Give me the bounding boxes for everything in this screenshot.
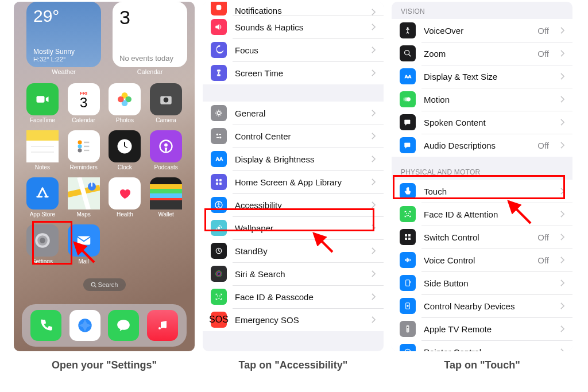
app-label: Camera [156,117,176,123]
siri-icon [211,266,227,282]
row-nearby[interactable]: Control Nearby Devices [392,294,572,317]
row-display[interactable]: AADisplay & Brightness [203,148,384,170]
row-spoken[interactable]: Spoken Content [392,111,572,134]
app-maps[interactable]: Maps [65,177,102,218]
row-value: Off [537,255,549,265]
row-faceidatt[interactable]: Face ID & Attention [392,203,572,226]
row-voicecontrol[interactable]: Voice ControlOff [392,249,572,271]
calendar-widget[interactable]: 3 No events today [113,2,187,67]
row-switchcontrol[interactable]: Switch ControlOff [392,226,572,249]
app-label: Settings [32,258,53,265]
switchcontrol-icon [400,229,416,245]
svg-point-33 [91,282,95,286]
svg-point-41 [216,134,218,135]
row-label: Wallpaper [235,223,363,233]
dock-music[interactable] [147,310,178,341]
svg-point-21 [164,143,168,147]
app-label: Wallet [158,211,173,218]
row-general[interactable]: General [203,102,384,125]
row-screentime[interactable]: Screen Time [203,61,384,84]
widgets: 29° Mostly Sunny H:32° L:22° Weather 3 N… [14,2,195,77]
row-wallpaper[interactable]: Wallpaper [203,216,384,239]
dock-phone[interactable] [30,310,61,341]
row-touch[interactable]: Touch [392,180,572,203]
app-label: Mail [78,258,88,265]
chevron-right-icon [560,96,564,103]
row-sos[interactable]: SOSEmergency SOS [203,308,384,331]
chevron-right-icon [560,280,564,286]
row-homescreen[interactable]: Home Screen & App Library [203,170,384,193]
row-sounds[interactable]: Sounds & Haptics [203,15,384,38]
app-app-store[interactable]: App Store [24,177,61,218]
row-label: StandBy [235,246,363,256]
chevron-right-icon [372,270,376,277]
home-screen-panel: 29° Mostly Sunny H:32° L:22° Weather 3 N… [14,2,195,351]
app-label: Photos [116,117,134,123]
row-controlcenter[interactable]: Control Center [203,125,384,148]
app-facetime[interactable]: FaceTime [24,83,61,123]
chevron-right-icon [560,348,564,351]
search-pill[interactable]: Search [83,278,126,291]
row-faceid[interactable]: Face ID & Passcode [203,285,384,308]
row-pointer[interactable]: Pointer Control [392,340,572,351]
weather-widget-wrap: 29° Mostly Sunny H:32° L:22° Weather [26,2,101,75]
app-settings[interactable]: Settings [24,224,61,265]
settings1-group1: NotificationsSounds & HapticsFocusScreen… [203,2,384,84]
svg-rect-72 [408,238,410,239]
svg-point-57 [217,296,218,296]
accessibility-icon [211,197,227,213]
weather-label: Weather [26,68,101,75]
caption-1: Open your "Settings" [14,359,195,371]
svg-rect-75 [408,259,409,261]
row-siri[interactable]: Siri & Search [203,262,384,285]
svg-point-13 [78,149,82,153]
app-photos[interactable]: Photos [107,83,144,123]
touch-icon [400,183,416,199]
app-label: Clock [118,164,132,170]
motion-icon [400,91,416,107]
dock-safari[interactable] [69,310,100,341]
chevron-right-icon [372,293,376,300]
maps-icon [68,177,100,209]
section-header-physical: PHYSICAL AND MOTOR [392,157,572,180]
settings-panel-1: NotificationsSounds & HapticsFocusScreen… [203,2,384,351]
row-notifications[interactable]: Notifications [203,2,384,15]
app-calendar[interactable]: FRI3Calendar [65,83,102,123]
app-health[interactable]: Health [107,177,144,218]
row-label: Apple TV Remote [424,324,552,334]
svg-rect-38 [217,70,220,72]
notifications-icon [211,2,227,15]
app-mail[interactable]: Mail [65,224,102,265]
app-label: Notes [35,164,50,170]
svg-rect-0 [36,96,44,103]
row-motion[interactable]: Motion [392,88,572,111]
row-displaytext[interactable]: AADisplay & Text Size [392,65,572,88]
spoken-icon [400,114,416,130]
weather-desc: Mostly Sunny [33,48,94,56]
svg-rect-26 [150,193,182,198]
row-sidebutton[interactable]: Side Button [392,271,572,294]
app-podcasts[interactable]: Podcasts [148,130,184,170]
weather-widget[interactable]: 29° Mostly Sunny H:32° L:22° [26,2,101,67]
row-focus[interactable]: Focus [203,38,384,61]
svg-rect-69 [405,234,407,236]
app-reminders[interactable]: Reminders [65,130,102,170]
svg-point-80 [407,305,409,307]
row-atvremote[interactable]: Apple TV Remote [392,317,572,340]
row-voiceover[interactable]: VoiceOverOff [392,19,572,42]
dock-messages[interactable] [108,310,139,341]
app-notes[interactable]: Notes [24,130,61,170]
row-label: Display & Brightness [235,154,363,164]
row-accessibility[interactable]: Accessibility [203,193,384,216]
weather-hl: H:32° L:22° [33,56,94,63]
app-clock[interactable]: Clock [107,130,144,170]
app-camera[interactable]: Camera [148,83,184,123]
row-zoom[interactable]: ZoomOff [392,42,572,65]
row-standby[interactable]: StandBy [203,239,384,262]
svg-rect-46 [216,179,218,181]
controlcenter-icon [211,128,227,144]
weather-details: Mostly Sunny H:32° L:22° [33,48,94,63]
svg-point-6 [164,98,169,103]
row-audiodesc[interactable]: Audio DescriptionsOff [392,134,572,157]
app-wallet[interactable]: Wallet [148,177,184,218]
